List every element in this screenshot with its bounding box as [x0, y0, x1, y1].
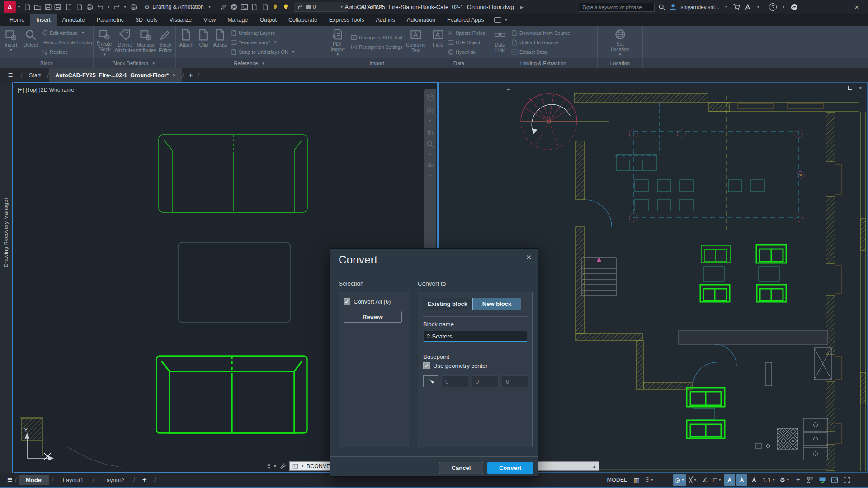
update-fields-button[interactable]: Update Fields [448, 29, 486, 37]
workspace-switcher[interactable]: ⚙ Drafting & Annotation ▼ [142, 2, 216, 11]
isodraft-icon[interactable]: ╳▼ [687, 474, 698, 486]
field-button[interactable]: Field [430, 27, 446, 57]
create-block-button[interactable]: Create Block▼ [94, 27, 114, 57]
tab-automation[interactable]: Automation [401, 14, 441, 26]
tab-featured-apps[interactable]: Featured Apps [441, 14, 490, 26]
ole-object-button[interactable]: OLE Object [448, 38, 486, 47]
recognize-shx-button[interactable]: Recognize SHX Text [351, 33, 403, 42]
frames-vary-button[interactable]: *Frames vary*▼ [231, 38, 321, 47]
grid-toggle-icon[interactable]: ▦ [631, 474, 642, 486]
tab-document[interactable]: AutoCAD-FY25_Fire-...02-1_Ground-Floor* … [49, 68, 182, 82]
tab-view[interactable]: View [198, 14, 222, 26]
pane-close-icon[interactable]: × [859, 84, 862, 91]
block-name-input[interactable]: 2-Seaters [423, 331, 527, 342]
pan-hand-icon[interactable] [426, 127, 434, 136]
recognition-settings-button[interactable]: Recognition Settings [351, 43, 403, 51]
isolate-objects-icon[interactable] [805, 474, 816, 486]
command-history-expand-icon[interactable]: ▲ [592, 464, 596, 469]
detect-button[interactable]: Detect [21, 27, 40, 57]
review-button[interactable]: Review [344, 311, 402, 323]
snap-toggle-icon[interactable]: ⠿▼ [643, 474, 655, 486]
adjust-button[interactable]: Adjust [211, 27, 229, 57]
replace-button[interactable]: Replace [42, 48, 91, 56]
basepoint-x-input[interactable] [441, 375, 468, 387]
zoom-extents-icon[interactable] [426, 140, 434, 149]
doc-search-icon[interactable] [250, 2, 260, 12]
orbit-icon[interactable] [426, 161, 434, 169]
close-tab-icon[interactable]: × [173, 72, 176, 79]
clip-button[interactable]: Clip [196, 27, 211, 57]
plot-icon[interactable] [85, 2, 95, 12]
title-chevron-icon[interactable]: ▶ [520, 5, 524, 9]
insights-icon[interactable] [790, 3, 798, 11]
help-icon[interactable]: ? [769, 3, 777, 11]
app-store-cart-icon[interactable] [733, 3, 741, 11]
data-link-button[interactable]: Data Link [490, 27, 510, 57]
underlay-layers-button[interactable]: Underlay Layers [231, 29, 321, 37]
tab-insert[interactable]: Insert [30, 14, 56, 26]
edit-attribute-button[interactable]: Edit Attribute▼ [42, 29, 91, 37]
navbar-arrow2-icon[interactable]: ▼ [429, 153, 432, 156]
tab-start[interactable]: Start [23, 68, 47, 82]
panel-label-data[interactable]: Data [429, 58, 489, 68]
extract-data-button[interactable]: Extract Data [511, 48, 592, 56]
save-as-icon[interactable] [53, 2, 64, 12]
command-wrench-icon[interactable] [280, 463, 286, 469]
pdf-import-button[interactable]: PDF Import▼ [326, 27, 349, 57]
recent-commands-arrow-icon[interactable]: ▼ [301, 464, 304, 468]
app-menu-arrow-icon[interactable]: ▼ [17, 5, 21, 9]
layout-menu-icon[interactable]: ≡ [7, 475, 12, 485]
new-layout-button[interactable]: + [138, 475, 151, 484]
sheet-set-icon[interactable] [239, 2, 250, 12]
dynamic-input-icon[interactable] [736, 474, 747, 486]
layout2-tab[interactable]: Layout2 [97, 475, 131, 485]
attach-button[interactable]: Attach [177, 27, 196, 57]
set-location-button[interactable]: Set Location▼ [607, 27, 634, 57]
insert-block-button[interactable]: Insert▼ [1, 27, 21, 57]
search-icon[interactable] [658, 4, 665, 11]
pane-minimize-icon[interactable] [837, 89, 842, 90]
user-avatar-icon[interactable] [669, 3, 677, 11]
ortho-toggle-icon[interactable]: ∟ [661, 474, 672, 486]
pick-basepoint-button[interactable] [423, 375, 438, 387]
redo-icon[interactable] [112, 2, 122, 12]
layer-dropdown[interactable]: 0 ▼ [294, 2, 348, 12]
download-from-source-button[interactable]: Download from Source [511, 29, 592, 37]
block-editor-button[interactable]: Block Editor [156, 27, 175, 57]
tab-output[interactable]: Output [254, 14, 283, 26]
bulb-dim-icon[interactable] [270, 2, 281, 12]
viewport-view-control[interactable]: [Top] [26, 87, 38, 93]
manage-attributes-button[interactable]: Manage Attributes [135, 27, 156, 57]
tab-annotate[interactable]: Annotate [57, 14, 91, 26]
basepoint-z-input[interactable] [502, 375, 528, 387]
open-file-icon[interactable] [33, 2, 43, 12]
doc-edit-icon[interactable] [260, 2, 270, 12]
minimize-button[interactable] [802, 0, 821, 14]
panel-label-location[interactable]: Location [598, 58, 643, 68]
undo-arrow-icon[interactable]: ▼ [107, 5, 110, 9]
annotation-gear-icon[interactable]: ⚙▼ [778, 474, 791, 486]
model-space-button[interactable]: MODEL [604, 477, 630, 483]
tab-add-ins[interactable]: Add-ins [370, 14, 401, 26]
panel-label-reference[interactable]: Reference▼ [176, 58, 325, 68]
define-attributes-button[interactable]: Define Attributes [114, 27, 135, 57]
redo-arrow-icon[interactable]: ▼ [123, 5, 127, 9]
app-menu-button[interactable]: A [4, 1, 16, 13]
new-file-icon[interactable] [22, 2, 33, 12]
signed-in-user[interactable]: shiyamdev.srit... [680, 4, 719, 10]
panel-label-import[interactable]: Import [325, 58, 429, 68]
convert-button[interactable]: Convert [487, 462, 533, 474]
navbar-arrow-icon[interactable]: ▼ [429, 119, 432, 122]
navigation-wheel-icon[interactable] [426, 106, 434, 115]
panel-label-block-definition[interactable]: Block Definition▼ [94, 58, 176, 68]
new-drawing-tab-button[interactable]: + [184, 68, 198, 82]
combine-text-button[interactable]: Combine Text [405, 27, 427, 57]
dialog-header[interactable]: Convert [330, 249, 538, 271]
autodesk-logo-icon[interactable] [744, 4, 751, 11]
pane-menu-icon[interactable]: ≡ [507, 85, 510, 92]
user-menu-arrow-icon[interactable]: ▼ [724, 5, 728, 9]
basepoint-y-input[interactable] [472, 375, 499, 387]
model-tab[interactable]: Model [19, 475, 49, 485]
dialog-close-icon[interactable]: ✕ [526, 253, 532, 262]
fullscreen-icon[interactable] [841, 474, 852, 486]
